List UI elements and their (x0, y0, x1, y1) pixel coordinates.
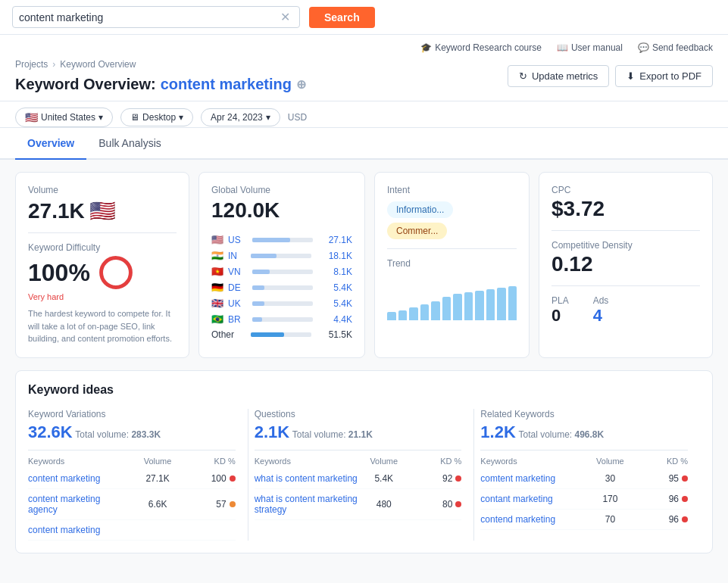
chevron-down-icon: ▾ (98, 112, 103, 123)
country-val: 27.1K (325, 235, 352, 245)
keyword-course-link[interactable]: 🎓 Keyword Research course (420, 42, 542, 53)
page-title-prefix: Keyword Overview: (15, 76, 156, 93)
trend-bar (464, 292, 473, 320)
list-item: 🇬🇧UK 5.4K (211, 295, 352, 311)
kd-donut (99, 256, 133, 289)
ideas-columns: Keyword Variations 32.6K Total volume: 2… (28, 409, 700, 541)
book-icon: 📖 (557, 42, 568, 53)
tab-bulk-analysis[interactable]: Bulk Analysis (86, 128, 173, 160)
col-header-volume: Volume (584, 457, 636, 466)
keyword-volume: 480 (358, 499, 410, 510)
keyword-volume: 27.1K (132, 473, 183, 484)
pla-value: 0 (551, 306, 569, 326)
kd-dot-red (682, 475, 688, 482)
variations-total-label: Total volume: (75, 429, 131, 440)
table-row: content marketing agency 6.6K 57 (28, 489, 236, 520)
send-feedback-link[interactable]: 💬 Send feedback (638, 42, 713, 53)
questions-table-header: Keywords Volume KD % (255, 450, 462, 469)
related-keywords-col: Related Keywords 1.2K Total volume: 496.… (474, 409, 700, 541)
search-input[interactable] (19, 11, 277, 23)
kd-value: 100% (28, 256, 177, 289)
keyword-link[interactable]: what is content marketing (255, 473, 358, 484)
us-flag: 🇺🇸 (211, 234, 223, 245)
clear-icon[interactable]: ✕ (277, 10, 293, 24)
intent-trend-card: Intent Informatio... Commer... Trend (374, 172, 530, 358)
other-val: 51.5K (329, 329, 352, 340)
trend-bar (409, 307, 418, 320)
intent-tag-info: Informatio... (387, 201, 453, 218)
country-code: IN (228, 251, 237, 261)
variations-count[interactable]: 32.6K (28, 422, 73, 441)
keyword-link[interactable]: content marketing (28, 473, 132, 484)
country-val: 18.1K (325, 251, 352, 261)
trend-bar (420, 304, 430, 320)
chat-icon: 💬 (638, 42, 649, 53)
col-header-kd: KD % (410, 457, 461, 466)
export-pdf-button[interactable]: ⬇ Export to PDF (615, 65, 713, 87)
trend-bar (453, 294, 462, 320)
country-code: UK (228, 298, 241, 309)
questions-col: Questions 2.1K Total volume: 21.1K Keywo… (248, 409, 475, 541)
country-val: 8.1K (325, 267, 352, 277)
country-val: 5.4K (325, 282, 352, 293)
keyword-link[interactable]: what is content marketing strategy (255, 494, 358, 515)
divider (387, 248, 517, 249)
keyword-ideas-section: Keyword ideas Keyword Variations 32.6K T… (15, 370, 713, 553)
keyword-link[interactable]: comtent marketing (480, 473, 584, 484)
col-header-kd: KD % (636, 457, 688, 466)
search-button[interactable]: Search (309, 7, 375, 28)
keyword-link[interactable]: content marketing (28, 525, 132, 535)
keyword-volume: 70 (584, 514, 636, 525)
keyword-link[interactable]: contend marketing (480, 514, 584, 525)
divider (28, 232, 177, 233)
de-flag: 🇩🇪 (211, 282, 223, 293)
tab-overview[interactable]: Overview (15, 128, 86, 160)
us-flag: 🇺🇸 (25, 111, 38, 123)
questions-total-value: 21.1K (348, 429, 373, 440)
update-metrics-button[interactable]: ↻ Update metrics (508, 65, 609, 87)
keyword-link[interactable]: content marketing agency (28, 494, 132, 515)
trend-bar (442, 297, 451, 320)
cpc-competitive-card: CPC $3.72 Competitive Density 0.12 PLA 0… (539, 172, 713, 358)
related-count-row: 1.2K Total volume: 496.8K (480, 422, 688, 442)
kd-dot-red (230, 475, 236, 482)
variations-total-value: 283.3K (131, 429, 161, 440)
questions-count-row: 2.1K Total volume: 21.1K (255, 422, 462, 442)
trend-bar (497, 288, 506, 320)
table-row: what is content marketing 5.4K 92 (255, 469, 462, 489)
filter-pills: 🇺🇸 United States ▾ 🖥 Desktop ▾ Apr 24, 2… (15, 108, 307, 127)
keyword-kd: 96 (636, 494, 688, 504)
date-filter[interactable]: Apr 24, 2023 ▾ (201, 108, 280, 126)
user-manual-link[interactable]: 📖 User manual (557, 42, 623, 53)
col-header-volume: Volume (132, 457, 183, 466)
kd-dot-red (455, 475, 461, 482)
keyword-link[interactable]: contant marketing (480, 494, 584, 504)
add-icon[interactable]: ⊕ (296, 77, 306, 92)
questions-count[interactable]: 2.1K (255, 422, 289, 441)
ads-label: Ads (593, 295, 609, 306)
questions-total-label: Total volume: (292, 429, 348, 440)
country-code: US (228, 235, 241, 245)
svg-point-1 (101, 258, 130, 288)
kd-label: Keyword Difficulty (28, 242, 177, 253)
kd-dot-red (682, 496, 688, 502)
keyword-kd: 95 (636, 473, 688, 484)
related-total-label: Total volume: (518, 429, 574, 440)
header-links: 🎓 Keyword Research course 📖 User manual … (15, 42, 713, 53)
country-val: 5.4K (325, 298, 352, 309)
col-header-keywords: Keywords (255, 457, 358, 466)
table-row: content marketing 27.1K 100 (28, 469, 236, 489)
competitive-density-label: Competitive Density (551, 240, 700, 251)
breadcrumb-parent[interactable]: Projects (15, 59, 48, 70)
keyword-kd: 96 (636, 514, 688, 525)
breadcrumb: Projects › Keyword Overview (15, 59, 306, 70)
br-flag: 🇧🇷 (211, 313, 223, 325)
intent-tag-commercial: Commer... (387, 223, 447, 239)
cards-row: Volume 27.1K 🇺🇸 Keyword Difficulty 100% … (15, 172, 713, 358)
tabs: Overview Bulk Analysis (0, 128, 728, 160)
col-header-volume: Volume (358, 457, 410, 466)
device-filter[interactable]: 🖥 Desktop ▾ (120, 108, 193, 126)
related-count[interactable]: 1.2K (480, 422, 515, 441)
country-filter[interactable]: 🇺🇸 United States ▾ (15, 108, 113, 127)
keyword-variations-col: Keyword Variations 32.6K Total volume: 2… (28, 409, 248, 541)
